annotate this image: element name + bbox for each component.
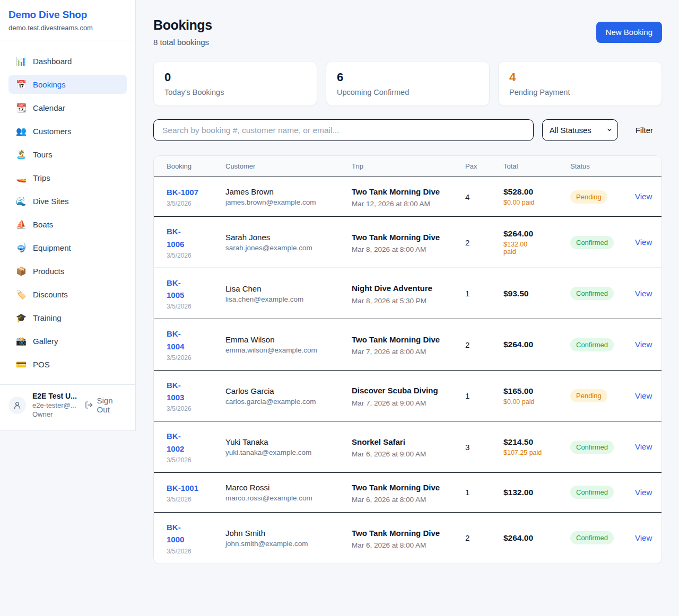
view-link[interactable]: View — [635, 237, 652, 247]
logout-icon — [85, 401, 93, 409]
customer-cell: John Smithjohn.smith@example.com — [225, 529, 352, 548]
user-email: e2e-tester@... — [32, 401, 85, 409]
package-icon: 📦 — [16, 266, 25, 276]
booking-id-link[interactable]: BK-1001 — [167, 482, 198, 494]
booking-id-link[interactable]: BK- 1006 — [167, 225, 184, 250]
dive-mask-icon: 🤿 — [16, 243, 25, 253]
trip-name: Discover Scuba Diving — [352, 384, 442, 397]
table-row[interactable]: BK- 10003/5/2026John Smithjohn.smith@exa… — [154, 513, 661, 564]
column-header-booking: Booking — [167, 162, 225, 170]
user-icon — [13, 401, 22, 410]
pax-count: 1 — [465, 289, 503, 298]
booking-id-link[interactable]: BK-1007 — [167, 186, 198, 198]
total-cell: $264.00$132.00 paid — [503, 229, 570, 256]
view-link[interactable]: View — [635, 340, 652, 349]
user-name: E2E Test U... — [32, 392, 85, 400]
customer-name: Sarah Jones — [225, 233, 352, 242]
trip-cell: Two Tank Morning DiveMar 8, 2026 at 8:00… — [352, 231, 465, 253]
customer-email: john.smith@example.com — [225, 540, 352, 548]
column-header-status: Status — [570, 162, 635, 170]
sidebar-item-label: Discounts — [33, 290, 68, 299]
stat-card-upcoming-confirmed: 6 Upcoming Confirmed — [326, 61, 490, 106]
view-link[interactable]: View — [635, 488, 652, 497]
sidebar: Demo Dive Shop demo.test.divestreams.com… — [0, 0, 136, 431]
sidebar-item-label: Tours — [33, 150, 53, 159]
sidebar-item-gallery[interactable]: 📸Gallery — [8, 331, 127, 350]
trip-name: Night Dive Adventure — [352, 282, 442, 294]
status-badge: Pending — [570, 190, 607, 204]
booking-id-link[interactable]: BK- 1000 — [167, 521, 184, 546]
table-row[interactable]: BK-10073/5/2026James Brownjames.brown@ex… — [154, 177, 661, 217]
table-row[interactable]: BK- 10053/5/2026Lisa Chenlisa.chen@examp… — [154, 268, 661, 320]
sidebar-item-tours[interactable]: 🏝️Tours — [8, 145, 127, 164]
sidebar-item-training[interactable]: 🎓Training — [8, 308, 127, 327]
status-cell: Confirmed — [570, 338, 635, 351]
table-row[interactable]: BK-10013/5/2026Marco Rossimarco.rossi@ex… — [154, 473, 661, 513]
table-row[interactable]: BK- 10023/5/2026Yuki Tanakayuki.tanaka@e… — [154, 421, 661, 473]
table-row[interactable]: BK- 10033/5/2026Carlos Garciacarlos.garc… — [154, 371, 661, 422]
trip-name: Two Tank Morning Dive — [352, 527, 442, 539]
sidebar-item-boats[interactable]: ⛵Boats — [8, 215, 127, 234]
sidebar-item-pos[interactable]: 💳POS — [8, 355, 127, 374]
booking-date: 3/5/2026 — [167, 354, 225, 362]
sidebar-item-customers[interactable]: 👥Customers — [8, 121, 127, 140]
sign-out-button[interactable]: Sign Out — [85, 396, 127, 414]
view-cell: View — [635, 237, 652, 247]
search-input[interactable] — [153, 119, 534, 141]
booking-cell: BK-10013/5/2026 — [167, 482, 225, 503]
table-row[interactable]: BK- 10063/5/2026Sarah Jonessarah.jones@e… — [154, 217, 661, 268]
stat-value: 6 — [337, 71, 478, 84]
sidebar-item-label: Equipment — [33, 243, 71, 252]
total-amount: $264.00 — [503, 229, 570, 239]
view-cell: View — [635, 488, 652, 497]
view-cell: View — [635, 192, 652, 201]
user-info: E2E Test U... e2e-tester@... Owner — [32, 392, 85, 418]
filter-button[interactable]: Filter — [636, 126, 653, 135]
customer-email: sarah.jones@example.com — [225, 244, 352, 252]
customer-email: emma.wilson@example.com — [225, 346, 352, 354]
page-header: Bookings 8 total bookings New Booking — [153, 17, 662, 47]
table-row[interactable]: BK- 10043/5/2026Emma Wilsonemma.wilson@e… — [154, 319, 661, 371]
paid-amount: $132.00 paid — [503, 241, 570, 256]
status-filter-select[interactable]: All Statuses — [542, 119, 618, 141]
speedboat-icon: 🚤 — [16, 173, 25, 183]
trip-name: Snorkel Safari — [352, 436, 442, 448]
sidebar-item-equipment[interactable]: 🤿Equipment — [8, 238, 127, 257]
pax-count: 1 — [465, 488, 503, 497]
booking-id-link[interactable]: BK- 1004 — [167, 328, 184, 353]
status-badge: Confirmed — [570, 531, 614, 544]
sidebar-item-dive-sites[interactable]: 🌊Dive Sites — [8, 191, 127, 210]
sidebar-item-bookings[interactable]: 📅Bookings — [8, 75, 127, 94]
status-cell: Confirmed — [570, 486, 635, 499]
trip-datetime: Mar 8, 2026 at 5:30 PM — [352, 297, 465, 305]
sidebar-item-products[interactable]: 📦Products — [8, 261, 127, 280]
view-link[interactable]: View — [635, 289, 652, 298]
sidebar-item-discounts[interactable]: 🏷️Discounts — [8, 285, 127, 304]
view-link[interactable]: View — [635, 192, 652, 201]
trip-cell: Two Tank Morning DiveMar 12, 2026 at 8:0… — [352, 186, 465, 208]
sidebar-item-trips[interactable]: 🚤Trips — [8, 168, 127, 187]
sidebar-item-label: Training — [33, 313, 62, 322]
pax-count: 1 — [465, 391, 503, 400]
booking-id-link[interactable]: BK- 1002 — [167, 430, 184, 455]
new-booking-button[interactable]: New Booking — [596, 22, 662, 43]
view-link[interactable]: View — [635, 533, 652, 542]
status-badge: Confirmed — [570, 338, 614, 351]
customer-name: Marco Rossi — [225, 483, 352, 492]
stat-card-todays-bookings: 0 Today's Bookings — [153, 61, 317, 106]
trip-datetime: Mar 6, 2026 at 8:00 AM — [352, 496, 465, 504]
sidebar-item-dashboard[interactable]: 📊Dashboard — [8, 51, 127, 71]
total-amount: $528.00 — [503, 187, 570, 197]
sidebar-item-label: POS — [33, 360, 50, 369]
view-cell: View — [635, 289, 652, 298]
sidebar-item-calendar[interactable]: 📆Calendar — [8, 98, 127, 117]
people-icon: 👥 — [16, 126, 25, 136]
view-link[interactable]: View — [635, 442, 652, 451]
booking-id-link[interactable]: BK- 1003 — [167, 379, 184, 404]
view-link[interactable]: View — [635, 391, 652, 400]
booking-id-link[interactable]: BK- 1005 — [167, 277, 184, 302]
customer-email: lisa.chen@example.com — [225, 295, 352, 303]
paid-amount: $0.00 paid — [503, 199, 570, 206]
bar-chart-icon: 📊 — [16, 56, 25, 66]
trip-datetime: Mar 7, 2026 at 9:00 AM — [352, 399, 465, 407]
